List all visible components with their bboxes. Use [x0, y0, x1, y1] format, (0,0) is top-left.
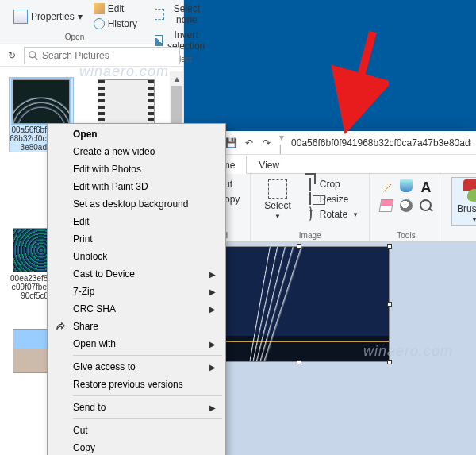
properties-button[interactable]: Properties ▾	[10, 2, 86, 31]
selection-handles	[206, 244, 392, 364]
menu-item-label: Cut	[73, 425, 88, 436]
invert-icon	[155, 35, 163, 46]
menu-item-cast-to-device[interactable]: Cast to Device▶	[49, 265, 224, 283]
submenu-arrow-icon: ▶	[209, 340, 216, 349]
menu-item-label: Send to	[73, 402, 106, 413]
properties-label: Properties	[31, 11, 75, 22]
redo-icon: ↷	[263, 137, 271, 148]
menu-item-open[interactable]: Open	[49, 125, 224, 143]
color-picker-tool[interactable]	[397, 197, 415, 214]
paint-window: 💾 ↶ ↷ ▾ | 00a56f6bf0f941968b32cf0ca7a47b…	[205, 131, 476, 455]
search-placeholder: Search Pictures	[42, 50, 176, 61]
dropdown-icon: ▼	[471, 216, 476, 223]
resize-handle[interactable]	[387, 302, 392, 307]
resize-handle[interactable]	[387, 244, 392, 249]
magnify-icon	[420, 199, 432, 212]
submenu-arrow-icon: ▶	[209, 270, 216, 279]
group-image-label: Image	[259, 229, 361, 241]
text-tool[interactable]: A	[417, 177, 435, 195]
refresh-button[interactable]: ↻	[3, 47, 21, 64]
window-title: 00a56f6bf0f941968b32cf0ca7a47b3e80adf046…	[291, 137, 471, 148]
picker-icon	[400, 199, 413, 212]
menu-item-label: 7-Zip	[73, 286, 94, 297]
edit-label: Edit	[108, 3, 125, 14]
edit-button[interactable]: Edit	[91, 2, 140, 16]
search-icon	[28, 50, 39, 61]
menu-item-create-a-new-video[interactable]: Create a new video	[49, 143, 224, 160]
menu-item-give-access-to[interactable]: Give access to▶	[49, 358, 224, 376]
dropdown-icon: ▼	[352, 211, 359, 218]
menu-item-cut[interactable]: Cut	[49, 422, 224, 439]
menu-item-label: Share	[73, 321, 98, 332]
select-icon	[268, 179, 287, 199]
menu-item-restore-previous-versions[interactable]: Restore previous versions	[49, 376, 224, 393]
dropdown-icon: ▾	[78, 11, 83, 22]
crop-label: Crop	[320, 179, 340, 190]
menu-item-label: Edit with Photos	[73, 164, 141, 175]
ribbon-group-select: Select none Invert selection Select	[146, 2, 215, 44]
select-button[interactable]: Select ▼	[259, 177, 296, 222]
submenu-arrow-icon: ▶	[209, 305, 216, 314]
menu-item-7-zip[interactable]: 7-Zip▶	[49, 283, 224, 300]
resize-handle[interactable]	[297, 360, 301, 364]
explorer-ribbon: Properties ▾ Edit History Open	[0, 0, 183, 44]
menu-item-share[interactable]: Share	[49, 318, 224, 335]
menu-item-unblock[interactable]: Unblock	[49, 248, 224, 265]
paint-canvas-area[interactable]	[205, 242, 476, 455]
pencil-tool[interactable]	[378, 177, 395, 195]
resize-icon	[304, 193, 317, 206]
menu-item-label: Give access to	[73, 361, 136, 372]
menu-item-label: Edit	[73, 216, 90, 227]
rotate-icon	[304, 208, 317, 221]
bucket-icon	[400, 179, 413, 192]
fill-tool[interactable]	[397, 177, 415, 195]
crop-button[interactable]: Crop	[301, 177, 361, 191]
pencil-icon	[380, 179, 393, 192]
menu-item-edit-with-paint-3d[interactable]: Edit with Paint 3D	[49, 178, 224, 195]
eraser-tool[interactable]	[378, 197, 395, 214]
resize-button[interactable]: Resize	[301, 192, 361, 206]
svg-line-2	[349, 32, 373, 119]
refresh-icon: ↻	[8, 50, 16, 61]
quick-access-toolbar: 💾 ↶ ↷	[224, 135, 274, 151]
group-tools-label: Tools	[378, 229, 435, 241]
submenu-arrow-icon: ▶	[209, 403, 216, 412]
magnifier-tool[interactable]	[417, 197, 435, 214]
thumbnail-image	[98, 79, 155, 124]
menu-item-print[interactable]: Print	[49, 230, 224, 248]
menu-item-label: Copy	[73, 442, 95, 453]
menu-item-copy[interactable]: Copy	[49, 439, 224, 455]
qat-redo-button[interactable]: ↷	[259, 135, 274, 151]
rotate-button[interactable]: Rotate▼	[301, 207, 361, 222]
tab-view[interactable]: View	[247, 156, 291, 174]
menu-item-set-as-desktop-background[interactable]: Set as desktop background	[49, 195, 224, 213]
brushes-button[interactable]: Brushes ▼	[451, 177, 476, 226]
menu-item-open-with[interactable]: Open with▶	[49, 335, 224, 353]
select-none-button[interactable]: Select none	[152, 2, 209, 27]
menu-item-edit-with-photos[interactable]: Edit with Photos	[49, 160, 224, 178]
resize-handle[interactable]	[297, 244, 301, 249]
context-menu[interactable]: OpenCreate a new videoEdit with PhotosEd…	[47, 123, 226, 455]
history-icon	[94, 18, 105, 29]
svg-line-1	[35, 56, 38, 60]
menu-item-edit[interactable]: Edit	[49, 213, 224, 230]
history-button[interactable]: History	[91, 17, 140, 31]
group-brushes-label	[451, 229, 476, 241]
explorer-nav-bar: ↻ Search Pictures	[0, 44, 183, 67]
select-none-label: Select none	[167, 3, 207, 25]
search-input[interactable]: Search Pictures	[24, 47, 180, 64]
rotate-label: Rotate	[320, 209, 347, 220]
menu-item-send-to[interactable]: Send to▶	[49, 399, 224, 416]
file-thumbnail[interactable]	[94, 78, 158, 125]
qat-undo-button[interactable]: ↶	[241, 135, 257, 151]
resize-handle[interactable]	[387, 360, 392, 364]
group-open-label: Open	[10, 33, 140, 41]
menu-item-label: Unblock	[73, 251, 107, 262]
menu-separator	[73, 355, 222, 356]
paint-titlebar[interactable]: 💾 ↶ ↷ ▾ | 00a56f6bf0f941968b32cf0ca7a47b…	[205, 131, 476, 155]
menu-item-crc-sha[interactable]: CRC SHA▶	[49, 300, 224, 318]
scroll-up-button[interactable]: ▴	[170, 71, 183, 85]
dropdown-icon: ▼	[274, 213, 281, 220]
copy-label: opy	[225, 194, 240, 205]
text-icon: A	[420, 179, 432, 192]
